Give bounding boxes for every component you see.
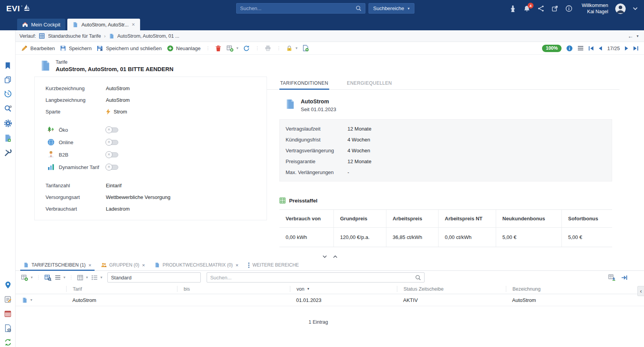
tab-produktwechselmatrix[interactable]: PRODUKTWECHSELMATRIX (0) × [150, 260, 243, 270]
tab-tarifkonditionen[interactable]: TARIFKONDITIONEN [279, 77, 329, 89]
b2b-toggle[interactable]: × [106, 152, 118, 157]
notifications-bell-icon[interactable]: 4 [523, 5, 530, 12]
save-button[interactable]: Speichern [60, 45, 92, 51]
collapse-down-icon[interactable] [323, 255, 327, 258]
dynamischer-tarif-toggle[interactable]: × [106, 165, 118, 170]
save-close-label: Speichern und schließen [106, 45, 161, 51]
tab-record-active[interactable]: AutoStrom, AutoStr... × [67, 19, 140, 30]
info-circle-icon[interactable] [566, 45, 573, 52]
tab-weitere-bereiche[interactable]: WEITERE BEREICHE [243, 260, 304, 270]
collapse-right-handle[interactable]: ‹ [637, 286, 644, 296]
column-header-tarif[interactable]: Tarif [66, 286, 177, 292]
menu-icon[interactable] [577, 46, 584, 51]
map-pin-icon[interactable] [4, 281, 12, 289]
tab-gruppen[interactable]: GRUPPEN (0) × [96, 260, 150, 270]
tools-icon[interactable] [4, 148, 12, 157]
collapse-panel-icon[interactable] [621, 275, 628, 281]
toggle-label: Online [59, 139, 106, 145]
record-type-icon [40, 59, 51, 72]
chevron-down-icon: ▾ [31, 276, 33, 279]
search-areas-label: Suchbereiche [373, 5, 404, 11]
avatar[interactable] [615, 3, 626, 14]
list-search[interactable] [207, 272, 425, 282]
table-row[interactable]: ▾ AutoStrom 01.01.2023 AKTIV AutoStrom [16, 294, 644, 306]
table-search-icon[interactable] [44, 274, 51, 281]
document-add-icon[interactable] [302, 45, 309, 52]
info-row: Kündigungsfrist 4 Wochen [280, 134, 612, 145]
add-entry-button[interactable]: ▾ [21, 274, 33, 281]
column-header-status[interactable]: Status Zeitscheibe [397, 286, 506, 292]
chevron-down-icon: ▾ [295, 46, 297, 50]
delete-icon[interactable] [215, 45, 221, 52]
column-header-bezeichnung[interactable]: Bezeichnung [506, 286, 644, 292]
tab-label: PRODUKTWECHSELMATRIX (0) [163, 262, 233, 268]
column-label: bis [184, 286, 190, 292]
form-row: Versorgungsart Wettbewerbliche Versorgun… [35, 191, 267, 203]
nav-last-icon[interactable] [633, 46, 639, 51]
table-add-icon [21, 274, 28, 281]
breadcrumb-item-record[interactable]: AutoStrom, AutoStrom, 01 ... [118, 33, 179, 39]
close-icon[interactable]: × [88, 263, 91, 268]
close-icon[interactable]: × [142, 263, 145, 268]
tarifanzahl-value: Eintarif [106, 183, 121, 188]
breadcrumb-item-search[interactable]: Standardsuche für Tarife [48, 33, 101, 39]
edit-button[interactable]: Bearbeiten [21, 45, 55, 52]
page-title: AutoStrom, AutoStrom, 01 BITTE AENDERN [56, 66, 174, 72]
nav-next-icon[interactable] [625, 46, 628, 51]
nav-first-icon[interactable] [588, 46, 594, 51]
view-select[interactable] [107, 272, 201, 282]
close-icon[interactable]: × [235, 263, 239, 268]
oeko-toggle[interactable]: × [106, 127, 118, 133]
back-arrow-icon[interactable]: ← [628, 33, 633, 39]
save-close-button[interactable]: Speichern und schließen [97, 45, 161, 52]
chevron-down-icon[interactable]: ▾ [30, 298, 32, 302]
calendar-icon[interactable] [4, 309, 12, 318]
global-search-input[interactable] [240, 5, 356, 11]
nav-prev-icon[interactable] [598, 46, 602, 51]
settings-gear-icon[interactable] [4, 119, 12, 127]
search-icon[interactable] [415, 275, 421, 281]
column-header-von[interactable]: von ▼ [290, 286, 397, 292]
notes-icon[interactable] [4, 295, 12, 303]
tab-energiequellen[interactable]: ENERGIEQUELLEN [346, 77, 393, 89]
search-icon[interactable] [356, 5, 361, 11]
add-to-table-button[interactable]: ▾ [226, 45, 238, 52]
toggle-row: Öko × [35, 124, 267, 136]
report-settings-icon[interactable] [4, 324, 12, 332]
tab-tarifzeitscheiben[interactable]: TARIFZEITSCHEIBEN (1) × [19, 260, 96, 270]
open-external-icon[interactable] [551, 5, 558, 12]
info-icon[interactable] [565, 5, 572, 12]
sync-icon[interactable] [4, 338, 12, 347]
refresh-icon[interactable] [243, 45, 250, 52]
copy-stack-icon[interactable] [4, 75, 12, 84]
list-search-input[interactable] [210, 275, 415, 281]
tariff-card-header: AutoStrom Seit 01.01.2023 [285, 98, 619, 112]
lock-button[interactable]: ▾ [286, 45, 297, 52]
expand-up-icon[interactable] [333, 255, 337, 258]
global-search[interactable] [236, 3, 365, 14]
table-export-icon[interactable] [608, 274, 616, 281]
tab-label: AutoStrom, AutoStr... [81, 22, 128, 28]
history-icon[interactable] [4, 89, 12, 98]
share-icon[interactable] [537, 5, 544, 12]
search-areas-button[interactable]: Suchbereiche ▾ [369, 3, 414, 14]
hydrant-icon[interactable] [509, 5, 516, 12]
column-chooser-button[interactable]: ▾ [77, 275, 88, 281]
user-menu-chevron-icon[interactable] [633, 7, 638, 10]
close-icon[interactable]: × [132, 22, 135, 27]
advanced-search-icon[interactable] [4, 104, 12, 113]
online-toggle[interactable]: × [106, 140, 118, 145]
business-person-icon [47, 151, 55, 159]
info-value: 4 Wochen [347, 137, 370, 143]
column-header-bis[interactable]: bis [177, 286, 290, 292]
tab-mein-cockpit[interactable]: Mein Cockpit [17, 19, 65, 30]
view-style-button[interactable]: ▾ [91, 275, 102, 280]
list-menu-button[interactable]: ▾ [55, 275, 65, 280]
info-row: Max. Verlängerungen - [280, 167, 612, 178]
history-dropdown-icon[interactable]: ▾ [637, 34, 639, 38]
new-record-button[interactable]: Neuanlage [167, 45, 201, 52]
row-actions[interactable]: ▾ [16, 297, 66, 303]
bookmark-icon[interactable] [4, 61, 12, 70]
document-settings-icon[interactable] [4, 134, 12, 142]
info-row: Preisgarantie 12 Monate [280, 156, 612, 167]
